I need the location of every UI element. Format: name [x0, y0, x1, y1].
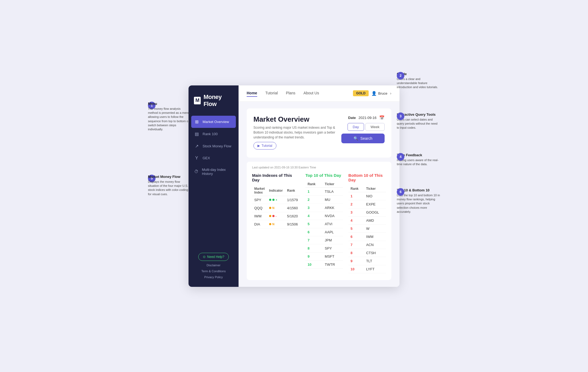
- top-ticker-cell: NVDA: [323, 212, 343, 220]
- top-ticker-cell: ATVI: [323, 220, 343, 228]
- col-rank: Rank: [285, 185, 300, 196]
- top-ticker-cell: AAPL: [323, 228, 343, 236]
- top10-row: 10TWTR: [305, 260, 343, 268]
- annotation-5-title: Market Money Flow: [148, 175, 191, 179]
- rank-cell: 5/1620: [285, 212, 300, 220]
- card-subtitle: Scoring and ranking major US market inde…: [253, 125, 341, 140]
- day-toggle-button[interactable]: Day: [348, 123, 364, 131]
- disclaimer-link[interactable]: Disclaimer: [207, 264, 220, 267]
- indicator-cell: N: [267, 204, 285, 212]
- top-ticker-cell: MSFT: [323, 252, 343, 260]
- indicator-dot-2: [272, 215, 275, 217]
- tutorial-button[interactable]: ▶ Tutorial: [253, 142, 276, 150]
- table-row: IWM-5/1620: [252, 212, 300, 220]
- sidebar-item-rank100[interactable]: ▤ Rank 100: [189, 128, 239, 140]
- annotation-6-desc: Lists the top 10 and bottom 10 in money …: [397, 193, 440, 214]
- market-index-cell: QQQ: [252, 204, 267, 212]
- gex-icon: Υ: [194, 156, 199, 161]
- bottom10-table: Rank Ticker 1NIO2EXPE3GOOGL4AMD5W6IWM7AC…: [348, 185, 386, 273]
- bottom10-row: 2EXPE: [348, 200, 386, 208]
- main-indexes-table: Market Index Indicator Rank SPY+1/1579QQ…: [252, 185, 300, 228]
- top10-row: 6AAPL: [305, 228, 343, 236]
- market-index-cell: IWM: [252, 212, 267, 220]
- annotation-bubble-6: 6: [397, 188, 404, 196]
- sidebar-item-label: GEX: [203, 156, 210, 160]
- search-button[interactable]: 🔍 Search: [341, 134, 385, 143]
- top-rank-cell: 10: [305, 260, 323, 268]
- rank100-icon: ▤: [194, 131, 199, 137]
- sidebar-item-market-overview[interactable]: ⊞ Market Overview: [191, 116, 236, 128]
- data-card: Last updated on 2021-09-16 10:30 Eastern…: [247, 162, 391, 280]
- user-icon: 👤: [371, 91, 377, 96]
- bottom10-row: 8CTSH: [348, 249, 386, 257]
- indicator-cell: -: [267, 212, 285, 220]
- stock-money-flow-icon: ↗: [194, 144, 199, 149]
- search-btn-label: Search: [360, 136, 372, 141]
- bottom-ticker-cell: AMD: [364, 216, 386, 224]
- top-rank-cell: 7: [305, 236, 323, 244]
- bottom-ticker-cell: W: [364, 224, 386, 232]
- top-rank-cell: 1: [305, 187, 323, 195]
- bottom10-row: 1NIO: [348, 192, 386, 200]
- sidebar-item-gex[interactable]: Υ GEX: [189, 152, 239, 164]
- indicator-dot-2: [272, 199, 275, 201]
- indicator-dot-1: [269, 207, 271, 209]
- top-rank-cell: 3: [305, 204, 323, 212]
- annotation-bubble-3: 3: [397, 112, 404, 120]
- date-value: 2021-09-16: [359, 116, 377, 120]
- col-rank-bottom: Rank: [348, 185, 364, 192]
- bottom-ticker-cell: ACN: [364, 241, 386, 249]
- nav-plans[interactable]: Plans: [286, 90, 295, 97]
- indicator-cell: +: [267, 196, 285, 204]
- sidebar-item-multi-day[interactable]: ⏱ Multi-day Index History: [189, 164, 239, 179]
- annotation-1-desc: The money flow analysis method is presen…: [148, 107, 191, 132]
- top10-row: 5ATVI: [305, 220, 343, 228]
- bottom-ticker-cell: TLT: [364, 257, 386, 265]
- rank-cell: 9/1506: [285, 220, 300, 228]
- need-help-label: Need Help?: [207, 255, 224, 259]
- last-updated: Last updated on 2021-09-16 10:30 Eastern…: [252, 166, 386, 169]
- calendar-icon[interactable]: 📅: [379, 115, 385, 120]
- sidebar-logo: M Money Flow: [189, 85, 239, 116]
- help-icon: ⊙: [203, 255, 206, 259]
- need-help-button[interactable]: ⊙ Need Help?: [198, 253, 229, 261]
- sidebar-nav: ⊞ Market Overview ▤ Rank 100 ↗ Stock Mon…: [189, 116, 239, 247]
- logo-m-box: M: [194, 97, 201, 104]
- tutorial-btn-label: Tutorial: [262, 144, 272, 148]
- col-ticker-bottom: Ticker: [364, 185, 386, 192]
- sidebar-logo-text: Money Flow: [203, 94, 233, 108]
- top-ticker-cell: TSLA: [323, 187, 343, 195]
- top-ticker-cell: TWTR: [323, 260, 343, 268]
- col-rank-top: Rank: [305, 181, 323, 188]
- market-index-cell: DIA: [252, 220, 267, 228]
- bottom10-row: 6IWM: [348, 232, 386, 241]
- page-title: Market Overview: [253, 115, 341, 124]
- col-market-index: Market Index: [252, 185, 267, 196]
- indicator-letter: -: [276, 214, 277, 218]
- market-index-cell: SPY: [252, 196, 267, 204]
- bottom10-row: 5W: [348, 224, 386, 232]
- nav-about[interactable]: About Us: [303, 90, 319, 97]
- table-row: SPY+1/1579: [252, 196, 300, 204]
- sidebar-bottom: ⊙ Need Help? Disclaimer Term & Condition…: [189, 247, 239, 281]
- week-toggle-button[interactable]: Week: [365, 123, 385, 131]
- indicator-dot-1: [269, 199, 271, 201]
- bottom10-row: 10LYFT: [348, 265, 386, 273]
- sidebar-item-label: Rank 100: [203, 132, 218, 136]
- nav-home[interactable]: Home: [247, 90, 257, 97]
- top10-table: Rank Ticker 1TSLA2MU3ARKK4NVDA5ATVI6AAPL…: [305, 181, 343, 269]
- top10-title: Top 10 of This Day: [305, 173, 343, 178]
- top-ticker-cell: JPM: [323, 236, 343, 244]
- terms-link[interactable]: Term & Conditions: [201, 270, 226, 273]
- privacy-link[interactable]: Privacy Policy: [204, 275, 223, 279]
- rank-cell: 1/1579: [285, 196, 300, 204]
- nav-tutorial[interactable]: Tutorial: [265, 90, 278, 97]
- date-label: Date: [348, 116, 356, 120]
- search-icon: 🔍: [354, 136, 358, 141]
- bottom10-row: 7ACN: [348, 241, 386, 249]
- bottom-rank-cell: 1: [348, 192, 364, 200]
- col-ticker-top: Ticker: [323, 181, 343, 188]
- sidebar-item-label: Market Overview: [203, 120, 229, 124]
- top-rank-cell: 5: [305, 220, 323, 228]
- sidebar-item-stock-money-flow[interactable]: ↗ Stock Money Flow: [189, 140, 239, 152]
